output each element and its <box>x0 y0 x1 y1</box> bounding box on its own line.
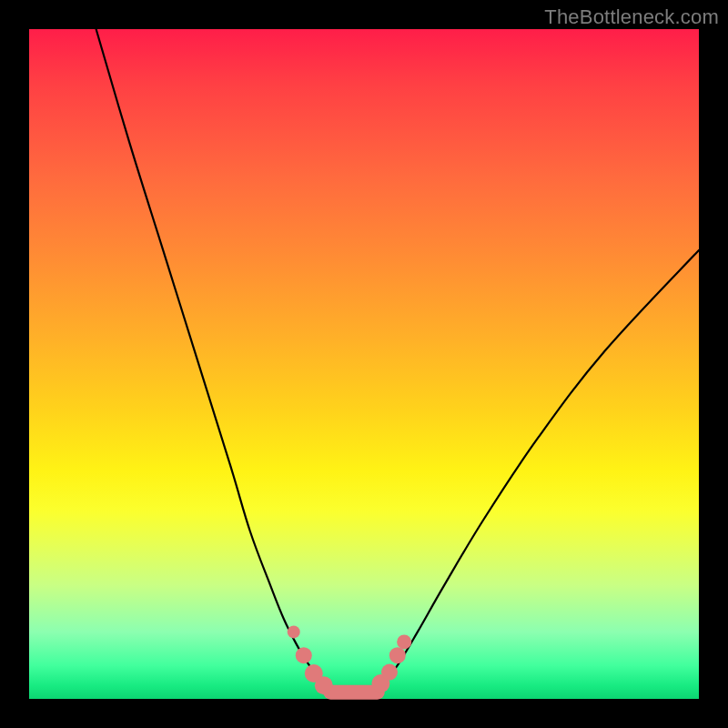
left-curve <box>96 29 331 689</box>
highlight-dot <box>288 625 300 638</box>
chart-frame: TheBottleneck.com <box>0 0 728 728</box>
highlight-dot <box>389 647 406 663</box>
highlight-dot <box>315 676 333 694</box>
highlight-dot <box>397 634 411 649</box>
highlight-dots <box>288 625 411 694</box>
right-curve <box>378 250 699 689</box>
watermark-text: TheBottleneck.com <box>544 5 719 29</box>
curve-layer <box>29 29 699 699</box>
highlight-dot <box>381 664 398 681</box>
highlight-dot <box>296 647 312 663</box>
plot-area <box>29 29 699 699</box>
